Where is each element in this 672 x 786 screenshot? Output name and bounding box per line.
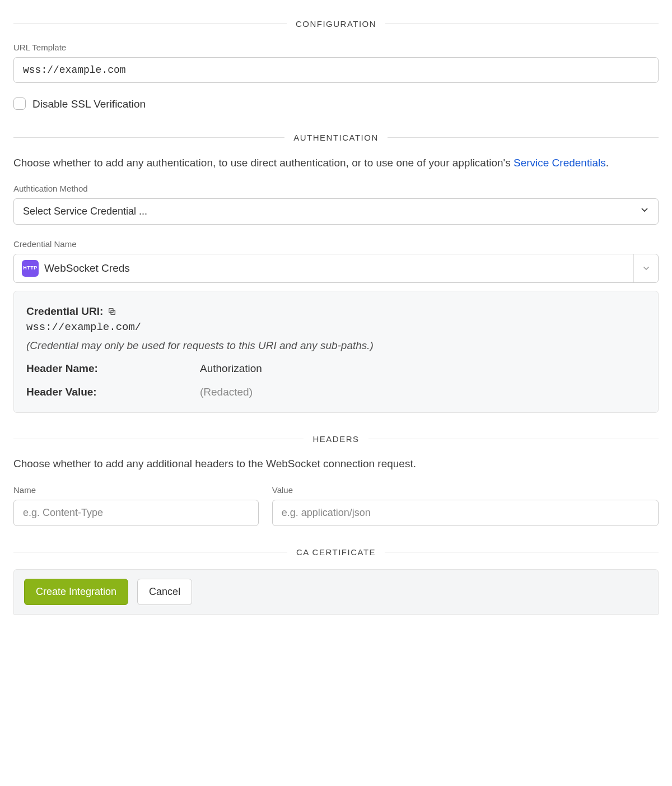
authentication-section-label: AUTHENTICATION	[284, 132, 388, 144]
credential-name-field: Credential Name HTTP WebSocket Creds	[13, 238, 659, 283]
credential-name-value: WebSocket Creds	[44, 261, 130, 276]
cancel-button[interactable]: Cancel	[137, 579, 192, 605]
headers-description: Choose whether to add any additional hea…	[13, 456, 659, 472]
credential-uri-value: wss://example.com/	[26, 320, 646, 336]
footer-bar: Create Integration Cancel	[13, 569, 659, 615]
header-name-label: Header Name:	[26, 361, 200, 376]
create-integration-button[interactable]: Create Integration	[24, 579, 128, 605]
service-credentials-link[interactable]: Service Credentials	[514, 157, 606, 169]
headers-divider: HEADERS	[13, 433, 659, 445]
authentication-description-pre: Choose whether to add any authentication…	[13, 157, 514, 169]
configuration-divider: CONFIGURATION	[13, 18, 659, 30]
authentication-description-post: .	[606, 157, 609, 169]
http-badge-icon: HTTP	[22, 260, 39, 277]
credential-details-box: Credential URI: wss://example.com/ (Cred…	[13, 291, 659, 413]
credential-uri-label: Credential URI:	[26, 304, 103, 319]
disable-ssl-checkbox[interactable]	[13, 97, 26, 110]
header-value-field-label: Value	[272, 484, 659, 496]
credential-name-select: HTTP WebSocket Creds	[13, 254, 659, 283]
auth-method-label: Authtication Method	[13, 183, 659, 195]
header-name-value: Authorization	[200, 361, 262, 376]
header-name-col: Name	[13, 484, 259, 526]
disable-ssl-row: Disable SSL Verification	[13, 96, 659, 112]
ca-certificate-divider: CA CERTIFICATE	[13, 546, 659, 559]
header-value-value: (Redacted)	[200, 384, 253, 400]
headers-section-label: HEADERS	[304, 433, 368, 445]
auth-method-field: Authtication Method Select Service Crede…	[13, 183, 659, 225]
credential-name-select-main[interactable]: HTTP WebSocket Creds	[14, 254, 633, 282]
configuration-section-label: CONFIGURATION	[287, 18, 385, 30]
disable-ssl-label: Disable SSL Verification	[32, 96, 146, 112]
copy-icon[interactable]	[108, 307, 116, 316]
headers-row: Name Value	[13, 484, 659, 526]
header-name-field-label: Name	[13, 484, 259, 496]
authentication-description: Choose whether to add any authentication…	[13, 155, 659, 171]
url-template-label: URL Template	[13, 41, 659, 54]
header-value-col: Value	[272, 484, 659, 526]
credential-name-select-toggle[interactable]	[633, 254, 658, 282]
ca-certificate-section-label: CA CERTIFICATE	[287, 546, 385, 559]
authentication-divider: AUTHENTICATION	[13, 132, 659, 144]
auth-method-select[interactable]: Select Service Credential ...	[13, 198, 659, 225]
credential-name-label: Credential Name	[13, 238, 659, 250]
chevron-down-icon	[642, 264, 651, 273]
header-name-input[interactable]	[13, 500, 259, 526]
credential-uri-note: (Credential may only be used for request…	[26, 338, 646, 354]
url-template-input[interactable]	[13, 57, 659, 83]
header-value-input[interactable]	[272, 500, 659, 526]
url-template-field: URL Template	[13, 41, 659, 83]
header-value-label: Header Value:	[26, 384, 200, 400]
